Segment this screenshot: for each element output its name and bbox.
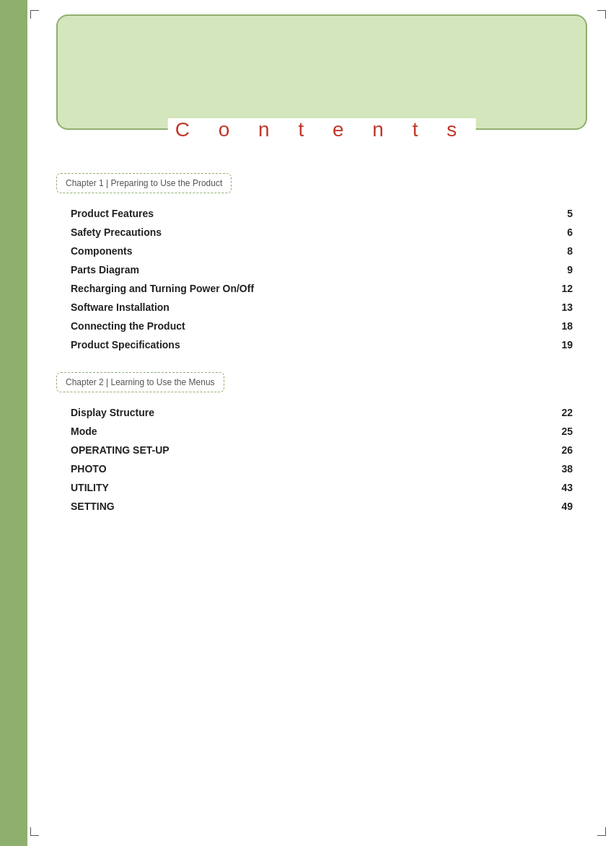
table-row: OPERATING SET-UP 26	[71, 444, 573, 456]
toc-entry-title: Recharging and Turning Power On/Off	[71, 283, 551, 294]
toc-entry-page: 13	[551, 301, 573, 313]
toc-entry-page: 26	[551, 444, 573, 456]
toc-entry-page: 43	[551, 482, 573, 493]
toc-entry-page: 19	[551, 339, 573, 351]
toc-entry-title: Software Installation	[71, 301, 551, 313]
table-row: Product Features 5	[71, 208, 573, 219]
toc-entry-page: 38	[551, 463, 573, 475]
corner-bottom-left	[30, 827, 39, 836]
toc-entry-title: Components	[71, 245, 551, 257]
toc-entry-page: 49	[551, 501, 573, 512]
chapter2-entries: Display Structure 22 Mode 25 OPERATING S…	[56, 407, 587, 512]
table-row: Recharging and Turning Power On/Off 12	[71, 283, 573, 294]
corner-bottom-right	[597, 827, 606, 836]
contents-title: C o n t e n t s	[168, 118, 476, 141]
chapter2-header: Chapter 2 | Learning to Use the Menus	[56, 372, 224, 392]
table-row: PHOTO 38	[71, 463, 573, 475]
chapter1-header: Chapter 1 | Preparing to Use the Product	[56, 173, 232, 193]
main-content: C o n t e n t s Chapter 1 | Preparing to…	[27, 0, 616, 563]
table-row: Product Specifications 19	[71, 339, 573, 351]
toc-entry-page: 25	[551, 426, 573, 437]
toc-entry-title: PHOTO	[71, 463, 551, 475]
corner-top-right	[597, 10, 606, 19]
toc-entry-page: 22	[551, 407, 573, 418]
toc-entry-page: 9	[551, 264, 573, 276]
toc-entry-page: 12	[551, 283, 573, 294]
toc-entry-page: 5	[551, 208, 573, 219]
toc-entry-page: 6	[551, 226, 573, 238]
toc-entry-title: OPERATING SET-UP	[71, 444, 551, 456]
toc-entry-title: Mode	[71, 426, 551, 437]
table-row: Connecting the Product 18	[71, 320, 573, 332]
table-row: Parts Diagram 9	[71, 264, 573, 276]
toc-entry-title: Display Structure	[71, 407, 551, 418]
chapter1-section: Chapter 1 | Preparing to Use the Product…	[56, 173, 587, 351]
table-row: Safety Precautions 6	[71, 226, 573, 238]
toc-entry-title: Product Specifications	[71, 339, 551, 351]
table-row: UTILITY 43	[71, 482, 573, 493]
toc-entry-page: 18	[551, 320, 573, 332]
toc-entry-title: UTILITY	[71, 482, 551, 493]
toc-entry-page: 8	[551, 245, 573, 257]
chapter2-section: Chapter 2 | Learning to Use the Menus Di…	[56, 372, 587, 512]
toc-entry-title: Parts Diagram	[71, 264, 551, 276]
side-bar	[0, 0, 27, 846]
toc-entry-title: SETTING	[71, 501, 551, 512]
toc-entry-title: Safety Precautions	[71, 226, 551, 238]
chapter1-entries: Product Features 5 Safety Precautions 6 …	[56, 208, 587, 351]
corner-top-left	[30, 10, 39, 19]
toc-entry-title: Product Features	[71, 208, 551, 219]
header-box: C o n t e n t s	[56, 14, 587, 130]
table-row: Display Structure 22	[71, 407, 573, 418]
table-row: Components 8	[71, 245, 573, 257]
table-row: Mode 25	[71, 426, 573, 437]
table-row: SETTING 49	[71, 501, 573, 512]
toc-entry-title: Connecting the Product	[71, 320, 551, 332]
toc-section: Chapter 1 | Preparing to Use the Product…	[56, 173, 587, 512]
table-row: Software Installation 13	[71, 301, 573, 313]
